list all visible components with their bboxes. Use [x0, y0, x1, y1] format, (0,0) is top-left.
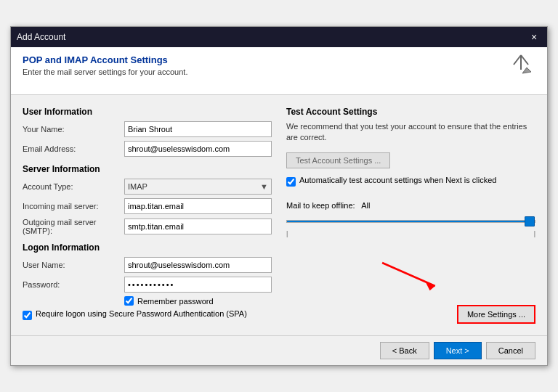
- password-row: Password:: [23, 277, 272, 293]
- header-text: POP and IMAP Account Settings Enter the …: [23, 54, 187, 76]
- username-input[interactable]: [124, 257, 272, 273]
- back-button[interactable]: < Back: [380, 342, 429, 359]
- email-address-input[interactable]: [124, 141, 272, 157]
- slider-track: [286, 220, 535, 223]
- password-input[interactable]: [124, 277, 272, 293]
- dialog-title: Add Account: [17, 32, 65, 42]
- auto-test-row: Automatically test account settings when…: [286, 176, 535, 187]
- select-arrow-icon: ▼: [260, 182, 268, 191]
- header-heading: POP and IMAP Account Settings: [23, 54, 187, 65]
- spa-label[interactable]: Require logon using Secure Password Auth…: [36, 309, 247, 318]
- spa-row: Require logon using Secure Password Auth…: [23, 309, 272, 320]
- email-address-row: Email Address:: [23, 141, 272, 157]
- offline-label-text: Mail to keep offline:: [286, 201, 355, 210]
- cancel-button[interactable]: Cancel: [486, 342, 535, 359]
- footer: < Back Next > Cancel: [11, 335, 547, 365]
- test-settings-description: We recommend that you test your account …: [286, 121, 535, 144]
- account-type-select[interactable]: IMAP ▼: [124, 179, 272, 195]
- logon-info-title: Logon Information: [23, 242, 272, 253]
- left-panel: User Information Your Name: Email Addres…: [23, 107, 272, 324]
- next-button[interactable]: Next >: [434, 342, 482, 359]
- outgoing-mail-row: Outgoing mail server (SMTP):: [23, 218, 272, 235]
- offline-value: All: [361, 201, 370, 210]
- slider-ticks: | |: [286, 230, 535, 237]
- incoming-mail-label: Incoming mail server:: [23, 202, 124, 211]
- wizard-icon: [506, 52, 535, 86]
- incoming-mail-input[interactable]: [124, 198, 272, 214]
- outgoing-mail-label: Outgoing mail server (SMTP):: [23, 218, 124, 235]
- your-name-row: Your Name:: [23, 121, 272, 137]
- close-button[interactable]: ×: [527, 30, 541, 44]
- title-bar: Add Account ×: [11, 27, 547, 47]
- slider-fill: [287, 221, 535, 222]
- tick-start: |: [286, 230, 288, 237]
- incoming-mail-row: Incoming mail server:: [23, 198, 272, 214]
- add-account-dialog: Add Account × POP and IMAP Account Setti…: [10, 26, 548, 366]
- slider-thumb[interactable]: [525, 216, 535, 226]
- username-row: User Name:: [23, 257, 272, 273]
- offline-section: Mail to keep offline: All | |: [286, 201, 535, 237]
- right-panel: Test Account Settings We recommend that …: [286, 107, 535, 324]
- more-settings-button[interactable]: More Settings ...: [457, 305, 535, 324]
- svg-marker-3: [522, 68, 531, 73]
- spa-checkbox[interactable]: [23, 311, 32, 320]
- password-label: Password:: [23, 280, 124, 289]
- test-account-settings-button[interactable]: Test Account Settings ...: [286, 152, 390, 168]
- account-type-label: Account Type:: [23, 182, 124, 191]
- offline-slider-container: [286, 214, 535, 229]
- remember-password-checkbox[interactable]: [124, 296, 134, 306]
- your-name-label: Your Name:: [23, 125, 124, 134]
- content-area: User Information Your Name: Email Addres…: [11, 95, 547, 335]
- test-settings-title: Test Account Settings: [286, 107, 535, 117]
- tick-end: |: [534, 230, 535, 237]
- arrow-annotation: [376, 256, 448, 295]
- auto-test-checkbox[interactable]: [286, 177, 296, 187]
- header-description: Enter the mail server settings for your …: [23, 68, 187, 76]
- svg-line-1: [521, 55, 528, 65]
- account-type-row: Account Type: IMAP ▼: [23, 179, 272, 195]
- offline-label: Mail to keep offline: All: [286, 201, 535, 210]
- user-info-title: User Information: [23, 107, 272, 117]
- outgoing-mail-input[interactable]: [124, 219, 272, 234]
- header-section: POP and IMAP Account Settings Enter the …: [11, 47, 547, 95]
- email-address-label: Email Address:: [23, 144, 124, 153]
- server-info-title: Server Information: [23, 164, 272, 174]
- remember-password-label[interactable]: Remember password: [137, 297, 214, 306]
- remember-password-row: Remember password: [124, 296, 272, 306]
- auto-test-label[interactable]: Automatically test account settings when…: [299, 176, 496, 184]
- username-label: User Name:: [23, 261, 124, 269]
- your-name-input[interactable]: [124, 121, 272, 137]
- account-type-value: IMAP: [128, 182, 147, 191]
- svg-line-2: [514, 55, 521, 65]
